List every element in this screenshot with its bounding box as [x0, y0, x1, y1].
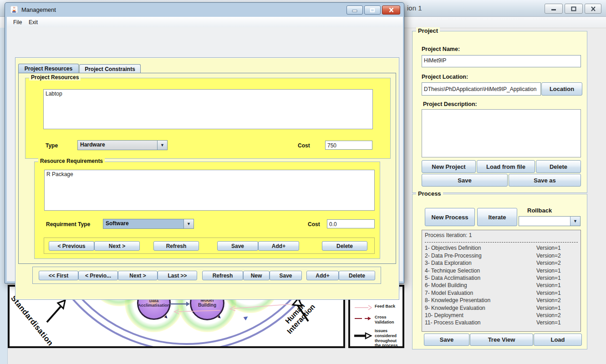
- list-item[interactable]: 6- Model BuildingVersion=1: [425, 282, 578, 289]
- cost-field[interactable]: 750: [325, 141, 372, 150]
- standardisation-arrow-icon: [41, 297, 74, 325]
- first-resource-button[interactable]: << First: [39, 271, 78, 280]
- rollback-label: Rollback: [527, 207, 552, 214]
- next-requirement-button[interactable]: Next >: [94, 241, 140, 251]
- process-panel: Process New Process Iterate Rollback ▼ P…: [412, 194, 587, 349]
- project-description-textarea[interactable]: [422, 109, 581, 157]
- app-close-button[interactable]: [585, 4, 601, 14]
- feedback-arrow-icon: [172, 308, 222, 315]
- previous-requirement-button[interactable]: < Previous: [49, 241, 94, 251]
- new-process-button[interactable]: New Process: [425, 208, 475, 226]
- list-item[interactable]: 5- Data AcclimatisationVersion=1: [425, 274, 578, 282]
- app-minimize-button[interactable]: [545, 4, 563, 14]
- cross-validation-arrow-icon: [354, 316, 373, 321]
- refresh-resource-button[interactable]: Refresh: [202, 271, 243, 280]
- new-project-button[interactable]: New Project: [422, 160, 476, 173]
- project-panel: Project Project Name: HiMet9IP Project L…: [412, 31, 587, 193]
- requirement-type-label: Requirment Type: [46, 221, 90, 228]
- management-titlebar[interactable]: Management: [5, 3, 404, 16]
- tree-view-button[interactable]: Tree View: [470, 334, 533, 346]
- list-item[interactable]: 4- Technique SelectionVersion=1: [425, 267, 578, 274]
- refresh-requirement-button[interactable]: Refresh: [153, 241, 199, 251]
- list-item[interactable]: 11- Process EvaluationVersion=1: [425, 319, 578, 326]
- type-combobox[interactable]: Hardware ▼: [77, 140, 168, 150]
- resource-requirements-group-title: Resource Requirements: [38, 158, 105, 164]
- delete-project-button[interactable]: Delete: [536, 160, 581, 173]
- new-resource-button[interactable]: New: [243, 271, 270, 280]
- minimize-icon: [352, 8, 357, 12]
- project-location-label: Project Location:: [422, 74, 468, 80]
- delete-resource-button[interactable]: Delete: [339, 271, 375, 280]
- app-window-title: ion 1: [407, 4, 422, 12]
- tab-panel: Project Resources Labtop Type Hardware ▼…: [18, 73, 396, 264]
- process-iteration-list[interactable]: Process Iteration: 1 1- Objectives Defin…: [422, 230, 581, 332]
- list-item[interactable]: 9- Knowledge EvaluationVersion=1: [425, 304, 578, 312]
- save-resource-button[interactable]: Save: [270, 271, 302, 280]
- legend-item-cross-validation: Cross Validation: [354, 315, 401, 325]
- maximize-icon: [571, 6, 576, 11]
- requirement-type-combobox[interactable]: Software ▼: [103, 219, 194, 229]
- cost-label: Cost: [298, 142, 310, 149]
- management-menubar: File Exit: [7, 17, 403, 28]
- project-name-field[interactable]: HiMet9IP: [422, 55, 581, 67]
- save-project-button[interactable]: Save: [422, 174, 508, 187]
- resources-outer-panel: Project Resources Project Constraints Pr…: [15, 57, 399, 300]
- next-resource-button[interactable]: Next >: [118, 271, 158, 280]
- chevron-down-icon[interactable]: ▼: [183, 219, 194, 228]
- chevron-down-icon[interactable]: ▼: [570, 217, 580, 226]
- requirement-cost-label: Cost: [308, 221, 320, 228]
- menu-exit[interactable]: Exit: [26, 18, 41, 26]
- rollback-value: [519, 217, 570, 226]
- list-separator: [425, 239, 578, 243]
- resource-requirements-group: Resource Requirements R Package Requirme…: [34, 162, 380, 259]
- save-as-button[interactable]: Save as: [509, 174, 581, 187]
- load-process-button[interactable]: Load: [534, 334, 582, 346]
- management-window: Management File Exit Project Resources P…: [5, 2, 404, 283]
- process-panel-title: Process: [416, 190, 443, 197]
- add-resource-button[interactable]: Add+: [306, 271, 339, 280]
- chevron-down-icon[interactable]: ▼: [157, 141, 167, 150]
- menu-file[interactable]: File: [10, 18, 25, 26]
- legend-label: Cross Validation: [375, 315, 401, 325]
- mg-maximize-button[interactable]: [364, 5, 381, 15]
- iterate-button[interactable]: Iterate: [477, 208, 517, 226]
- load-from-file-button[interactable]: Load from file: [477, 160, 535, 173]
- legend-label: Issues considered throughout the process: [375, 329, 403, 348]
- project-location-field[interactable]: DThesis\PhDApplication\HiMet9IP_Applicat…: [422, 82, 541, 96]
- type-value: Hardware: [78, 141, 157, 150]
- last-resource-button[interactable]: Last >>: [158, 271, 197, 280]
- list-item[interactable]: 3- Data ExplorationVersion=2: [425, 259, 578, 267]
- mg-close-button[interactable]: [382, 5, 400, 15]
- list-item[interactable]: 7- Model EvaluationVersion=1: [425, 289, 578, 297]
- add-requirement-button[interactable]: Add+: [258, 241, 299, 251]
- requirement-textarea[interactable]: R Package: [44, 170, 375, 211]
- tab-project-resources[interactable]: Project Resources: [18, 64, 79, 73]
- java-icon: [10, 6, 18, 13]
- project-name-label: Project Name:: [422, 46, 460, 52]
- feedback-arrow-icon: [354, 305, 373, 310]
- requirement-type-value: Software: [103, 219, 183, 228]
- resource-textarea[interactable]: Labtop: [43, 89, 373, 129]
- save-process-button[interactable]: Save: [424, 334, 469, 346]
- legend-item-issues: Issues considered throughout the process: [354, 329, 403, 348]
- tab-project-constraints[interactable]: Project Constraints: [79, 64, 141, 73]
- save-requirement-button[interactable]: Save: [217, 241, 258, 251]
- requirement-cost-field[interactable]: 0.0: [327, 219, 375, 228]
- project-panel-title: Project: [416, 27, 440, 34]
- app-maximize-button[interactable]: [565, 4, 583, 14]
- close-icon: [591, 6, 596, 11]
- rollback-combobox[interactable]: ▼: [519, 216, 581, 226]
- issues-arrow-icon: [354, 332, 373, 339]
- previous-resource-button[interactable]: < Previo...: [78, 271, 118, 280]
- list-item[interactable]: 8- Knowledge PresentationVersion=2: [425, 297, 578, 304]
- list-item[interactable]: 2- Data Pre-ProcessingVersion=2: [425, 252, 578, 259]
- location-button[interactable]: Location: [541, 82, 582, 96]
- mg-minimize-button[interactable]: [346, 5, 363, 15]
- list-item[interactable]: 10- DeploymentVersion=2: [425, 312, 578, 319]
- project-description-label: Project Description:: [423, 101, 477, 107]
- delete-requirement-button[interactable]: Delete: [322, 241, 367, 251]
- management-title: Management: [21, 6, 56, 13]
- requirement-button-bar: < Previous Next > Refresh Save Add+ Dele…: [44, 238, 375, 254]
- list-item[interactable]: 1- Objectives DefinitionVersion=1: [425, 244, 578, 252]
- desktop: ion 1 ▲ Data Acclimatisation Model: [0, 0, 606, 364]
